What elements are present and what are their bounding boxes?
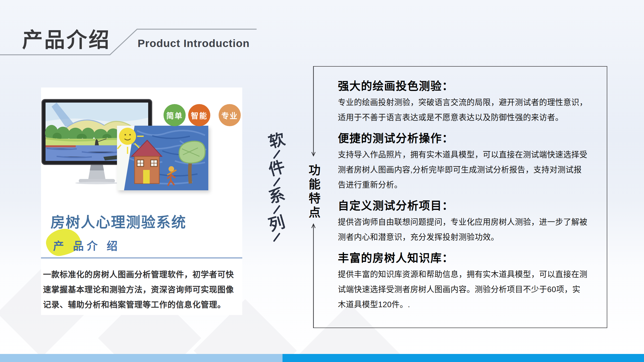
feature-line: 告进行重新分析。	[338, 177, 592, 192]
feature-body: 提供咨询师自由联想问题提问，专业化应用房树人测验，进一步了解被 测者内心和潜意识…	[338, 214, 592, 245]
series-slash	[273, 150, 280, 159]
bottom-bar-bright-blue	[283, 354, 644, 362]
product-image-card: 简单 智能 专业 房树人心理测验系统 产 品介 绍 一款标准化的房树人图画分析管…	[41, 87, 242, 315]
feature-line: 测者房树人图画内容,分析完毕即可生成测试分析报告，支持对测试报	[338, 162, 592, 177]
badge-label: 智能	[191, 110, 208, 121]
feature-line: 提供丰富的知识库资源和帮助信息，拥有实木道具模型，可以直接在测	[338, 267, 592, 282]
feature-heading: 自定义测试分析项目：	[338, 199, 592, 213]
software-series-label: 软 件 系 列	[264, 133, 290, 243]
series-char: 软	[267, 131, 287, 150]
product-name: 房树人心理测验系统	[51, 211, 186, 231]
feature-heading: 便捷的测试分析操作：	[338, 131, 592, 146]
feature-line: 支持导入作品照片，拥有实木道具模型，可以直接在测试端快速选择受	[338, 147, 592, 162]
slide: 产品介绍 Product Introduction	[0, 0, 644, 362]
description-line: 记录、辅助分析和档案管理等工作的信息化管理。	[43, 297, 239, 312]
feature-section: 丰富的房树人知识库： 提供丰富的知识库资源和帮助信息，拥有实木道具模型，可以直接…	[338, 251, 592, 312]
description-line: 速掌握基本理论和测验方法，资深咨询师可实现图像	[43, 282, 239, 297]
product-subtitle-highlight: 产 品	[53, 240, 87, 252]
feature-section: 强大的绘画投色测验： 专业的绘画投射测验，突破语言交流的局限，避开测试者的理性意…	[338, 79, 592, 125]
card-divider	[41, 257, 242, 258]
down-arrow	[311, 66, 316, 160]
feature-line: 试端快速选择受测者房树人图画内容。测验分析项目不少于60项，实	[338, 282, 592, 297]
badge-simple: 简单	[164, 104, 186, 126]
features-axis-label: 功能特点	[305, 164, 322, 222]
feature-heading: 强大的绘画投色测验：	[338, 79, 592, 93]
feature-line: 木道具模型120件。.	[338, 297, 592, 312]
description-line: 一款标准化的房树人图画分析管理软件，初学者可快	[43, 267, 239, 282]
series-char: 系	[267, 186, 287, 205]
feature-section: 便捷的测试分析操作： 支持导入作品照片，拥有实木道具模型，可以直接在测试端快速选…	[338, 131, 592, 192]
product-subtitle-rest: 介 绍	[87, 240, 120, 252]
feature-line: 适用于不善于语言表达或是不愿意表达以及防御性强的来访者。	[338, 110, 592, 125]
feature-body: 专业的绘画投射测验，突破语言交流的局限，避开测试者的理性意识， 适用于不善于语言…	[338, 95, 592, 125]
badge-label: 简单	[166, 110, 183, 121]
feature-line: 提供咨询师自由联想问题提问，专业化应用房树人测验，进一步了解被	[338, 214, 592, 230]
series-slash	[273, 177, 280, 187]
feature-body: 提供丰富的知识库资源和帮助信息，拥有实木道具模型，可以直接在测 试端快速选择受测…	[338, 267, 592, 312]
feature-line: 测者内心和潜意识，充分发挥投射测验功效。	[338, 230, 592, 245]
product-subtitle: 产 品介 绍	[53, 237, 120, 253]
page-subtitle-en: Product Introduction	[138, 37, 250, 50]
series-char: 列	[267, 214, 287, 233]
feature-body: 支持导入作品照片，拥有实木道具模型，可以直接在测试端快速选择受 测者房树人图画内…	[338, 147, 592, 192]
series-slash	[273, 233, 280, 242]
product-description: 一款标准化的房树人图画分析管理软件，初学者可快 速掌握基本理论和测验方法，资深咨…	[43, 267, 239, 312]
feature-section: 自定义测试分析项目： 提供咨询师自由联想问题提问，专业化应用房树人测验，进一步了…	[338, 199, 592, 245]
feature-line: 专业的绘画投射测验，突破语言交流的局限，避开测试者的理性意识，	[338, 95, 592, 110]
bottom-bar-light-blue	[0, 354, 283, 362]
features-box: 强大的绘画投色测验： 专业的绘画投射测验，突破语言交流的局限，避开测试者的理性意…	[313, 66, 607, 328]
feature-heading: 丰富的房树人知识库：	[338, 251, 592, 265]
house-tree-person-drawing	[117, 126, 208, 190]
series-slash	[273, 205, 280, 214]
badge-label: 专业	[221, 110, 238, 121]
badge-smart: 智能	[188, 104, 210, 126]
badge-professional: 专业	[219, 104, 241, 126]
up-arrow	[311, 222, 316, 328]
series-char: 件	[267, 158, 287, 178]
features-content: 强大的绘画投色测验： 专业的绘画投射测验，突破语言交流的局限，避开测试者的理性意…	[338, 79, 592, 319]
page-title: 产品介绍	[22, 23, 111, 53]
